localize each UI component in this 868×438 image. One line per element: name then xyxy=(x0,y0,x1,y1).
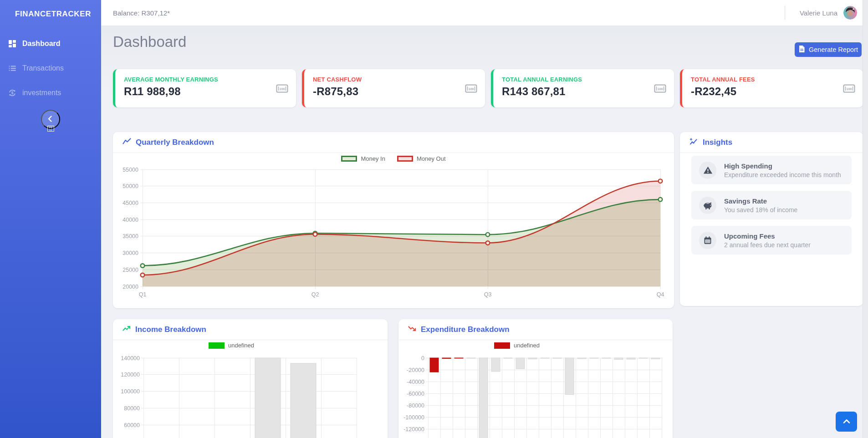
insight-text: Savings Rate You saved 18% of income xyxy=(724,197,797,214)
banknote-icon: 100 xyxy=(276,84,288,95)
svg-text:20000: 20000 xyxy=(123,284,138,290)
insight-title: Savings Rate xyxy=(724,197,797,205)
banknote-icon: 100 xyxy=(843,84,855,95)
svg-text:100: 100 xyxy=(279,87,285,91)
sidebar-item-label: investments xyxy=(22,89,61,97)
svg-text:80000: 80000 xyxy=(124,405,140,412)
piggy-bank-icon xyxy=(699,197,716,214)
stat-value: R143 867,81 xyxy=(493,83,674,98)
generate-report-button[interactable]: Generate Report xyxy=(795,42,862,57)
svg-text:-80000: -80000 xyxy=(407,402,424,409)
svg-text:-60000: -60000 xyxy=(407,391,424,397)
sidebar: FINANCETRACKER Dashboard Transactions xyxy=(0,0,101,438)
legend-item[interactable]: undefined xyxy=(209,342,254,349)
card-header: Insights xyxy=(680,132,863,153)
insight-title: High Spending xyxy=(724,162,841,170)
trending-up-icon xyxy=(123,325,131,334)
sidebar-item-dashboard[interactable]: Dashboard xyxy=(0,34,101,53)
svg-text:50000: 50000 xyxy=(123,183,138,189)
calendar-icon xyxy=(699,232,716,249)
user-name: Valerie Luna xyxy=(800,9,837,17)
stat-card-total-annual-earnings: TOTAL ANNUAL EARNINGS R143 867,81 100 xyxy=(491,69,674,107)
svg-text:120000: 120000 xyxy=(121,372,140,378)
svg-text:60000: 60000 xyxy=(124,422,140,428)
chevron-up-icon xyxy=(841,418,852,426)
legend-label: undefined xyxy=(228,342,254,349)
stat-label: TOTAL ANNUAL FEES xyxy=(682,69,863,83)
stat-card-total-annual-fees: TOTAL ANNUAL FEES -R232,45 100 xyxy=(680,69,863,107)
quarterly-breakdown-card: Quarterly Breakdown Money InMoney Out 20… xyxy=(113,132,674,308)
svg-text:$: $ xyxy=(11,91,14,95)
missing-glyph-box: F5 04 xyxy=(47,126,54,132)
chevron-left-icon xyxy=(46,114,56,125)
scroll-to-top-button[interactable] xyxy=(836,412,857,432)
stat-label: AVERAGE MONTHLY EARNINGS xyxy=(115,69,296,83)
banknote-icon: 100 xyxy=(465,84,477,95)
document-icon xyxy=(798,45,805,54)
insight-text: High Spending Expenditure exceeded incom… xyxy=(724,162,841,178)
income-breakdown-card: Income Breakdown undefined 1400001200001… xyxy=(113,319,388,438)
sidebar-item-label: Dashboard xyxy=(22,40,61,48)
svg-text:Q4: Q4 xyxy=(657,291,664,298)
transactions-list-icon xyxy=(8,64,16,72)
sidebar-item-investments[interactable]: $ investments xyxy=(0,83,101,102)
warning-icon xyxy=(699,162,716,179)
banknote-icon: 100 xyxy=(654,84,666,95)
insight-desc: Expenditure exceeded income this month xyxy=(724,171,841,178)
legend-swatch xyxy=(209,342,225,349)
card-header: Income Breakdown xyxy=(113,319,388,340)
card-header: Expenditure Breakdown xyxy=(398,319,673,340)
sidebar-item-label: Transactions xyxy=(22,64,64,72)
chart-legend: undefined xyxy=(113,342,350,349)
svg-text:100: 100 xyxy=(846,87,852,91)
stat-value: -R232,45 xyxy=(682,83,863,98)
dashboard-grid-icon xyxy=(8,40,16,48)
quarterly-chart-canvas: 2000025000300003500040000450005000055000… xyxy=(113,153,674,308)
app-brand: FINANCETRACKER xyxy=(0,0,101,19)
insight-item-high-spending: High Spending Expenditure exceeded incom… xyxy=(691,156,852,184)
card-title: Quarterly Breakdown xyxy=(136,138,214,147)
legend-swatch xyxy=(494,342,510,349)
sidebar-item-transactions[interactable]: Transactions xyxy=(0,59,101,78)
page-title: Dashboard xyxy=(113,33,186,51)
insight-item-savings-rate: Savings Rate You saved 18% of income xyxy=(691,191,852,219)
stat-label: NET CASHFLOW xyxy=(304,69,485,83)
chart-legend: undefined xyxy=(398,342,635,349)
user-avatar[interactable] xyxy=(843,6,857,20)
svg-text:35000: 35000 xyxy=(123,233,138,239)
income-chart-canvas: 1400001200001000008000060000 xyxy=(113,353,388,438)
svg-text:-20000: -20000 xyxy=(407,367,424,373)
sidebar-nav: Dashboard Transactions xyxy=(0,34,101,102)
main-content: Dashboard Generate Report AVERAGE MONTHL… xyxy=(101,26,863,438)
card-header: Quarterly Breakdown xyxy=(113,132,674,153)
svg-text:100: 100 xyxy=(657,87,663,91)
line-chart-icon xyxy=(123,138,131,147)
legend-item[interactable]: undefined xyxy=(494,342,540,349)
insight-item-upcoming-fees: Upcoming Fees 2 annual fees due next qua… xyxy=(691,226,852,255)
insight-desc: You saved 18% of income xyxy=(724,206,797,214)
svg-text:100000: 100000 xyxy=(121,388,140,395)
svg-text:55000: 55000 xyxy=(123,167,138,173)
trending-down-icon xyxy=(408,325,416,334)
stat-label: TOTAL ANNUAL EARNINGS xyxy=(493,69,674,83)
card-title: Insights xyxy=(703,138,732,147)
stat-card-average-monthly-earnings: AVERAGE MONTHLY EARNINGS R11 988,98 100 xyxy=(113,69,296,107)
svg-text:-100000: -100000 xyxy=(403,414,424,421)
page-scrollbar[interactable] xyxy=(863,0,868,438)
topbar-user-area: Valerie Luna xyxy=(785,6,857,20)
svg-text:140000: 140000 xyxy=(121,355,140,362)
stat-value: R11 988,98 xyxy=(115,83,296,98)
svg-text:30000: 30000 xyxy=(123,250,138,256)
svg-text:-40000: -40000 xyxy=(407,379,424,385)
legend-label: undefined xyxy=(514,342,540,349)
currency-exchange-icon: $ xyxy=(8,89,16,97)
svg-text:45000: 45000 xyxy=(123,200,138,206)
insights-sparkline-icon xyxy=(689,138,698,147)
stat-card-net-cashflow: NET CASHFLOW -R875,83 100 xyxy=(302,69,485,107)
expenditure-chart-canvas: 0-20000-40000-60000-80000-100000-120000 xyxy=(398,353,673,438)
svg-text:40000: 40000 xyxy=(123,217,138,223)
svg-text:0: 0 xyxy=(421,355,424,362)
expenditure-breakdown-card: Expenditure Breakdown undefined 0-20000-… xyxy=(398,319,673,438)
svg-text:-120000: -120000 xyxy=(403,426,424,433)
insight-title: Upcoming Fees xyxy=(724,232,811,240)
